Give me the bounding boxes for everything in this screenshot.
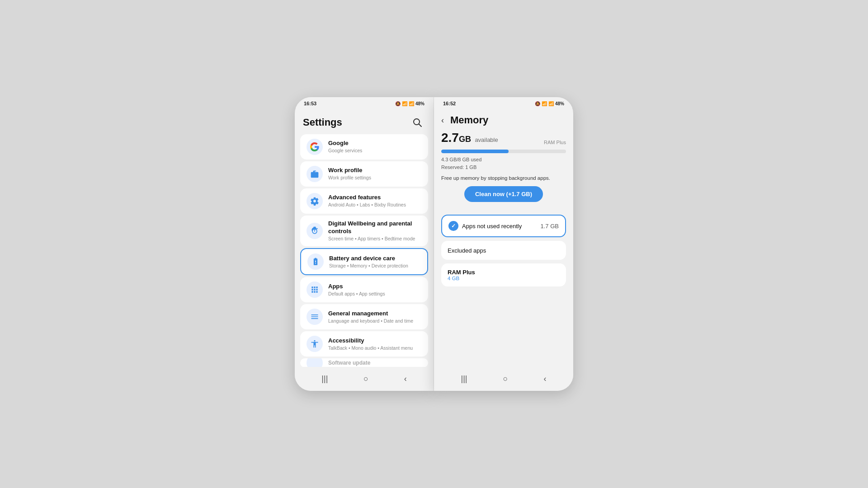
accessibility-icon	[310, 339, 319, 348]
right-home-btn[interactable]: ○	[498, 372, 514, 385]
digital-wellbeing-subtitle: Screen time • App timers • Bedtime mode	[328, 236, 422, 242]
work-profile-text: Work profile Work profile settings	[328, 167, 371, 181]
memory-title: Memory	[450, 114, 488, 126]
battery-title: Battery and device care	[329, 255, 408, 263]
apps-subtitle: Default apps • App settings	[328, 291, 385, 297]
apps-title: Apps	[328, 283, 385, 291]
gear-icon	[310, 197, 319, 206]
right-wifi-icon: 📶	[542, 101, 547, 106]
memory-used-stat: 4.3 GB/8 GB used	[441, 156, 566, 164]
memory-progress-bar	[441, 150, 566, 153]
list-icon	[310, 312, 319, 321]
battery-subtitle: Storage • Memory • Device protection	[329, 263, 408, 269]
briefcase-icon	[310, 169, 319, 178]
memory-header: ‹ Memory	[434, 108, 573, 129]
right-signal-icon: 📶	[548, 101, 554, 106]
ram-plus-section[interactable]: RAM Plus 4 GB	[441, 263, 566, 286]
settings-title: Settings	[303, 117, 342, 128]
left-back-btn[interactable]: ‹	[399, 372, 412, 385]
settings-item-apps[interactable]: Apps Default apps • App settings	[300, 277, 428, 302]
digital-wellbeing-icon	[307, 223, 323, 239]
general-management-text: General management Language and keyboard…	[328, 310, 413, 324]
left-status-icons: 🔕 📶 📶 48%	[395, 101, 425, 106]
accessibility-subtitle: TalkBack • Mono audio • Assistant menu	[328, 345, 413, 352]
phones-container: 16:53 🔕 📶 📶 48% Settings	[295, 97, 573, 391]
apps-not-used-section[interactable]: Apps not used recently 1.7 GB	[441, 215, 566, 237]
google-icon	[307, 139, 323, 155]
apps-not-used-size: 1.7 GB	[541, 223, 559, 230]
right-bottom-nav: ||| ○ ‹	[434, 367, 573, 391]
settings-item-battery[interactable]: Battery and device care Storage • Memory…	[300, 248, 428, 275]
apps-icon	[307, 282, 323, 298]
work-profile-subtitle: Work profile settings	[328, 175, 371, 181]
right-back-btn[interactable]: ‹	[538, 372, 552, 385]
left-battery: 48%	[415, 101, 425, 106]
right-silent-icon: 🔕	[535, 101, 540, 106]
right-battery: 48%	[555, 101, 564, 106]
memory-stats: 4.3 GB/8 GB used Reserved: 1 GB	[441, 156, 566, 171]
left-signal-icon: 📶	[409, 101, 414, 106]
excluded-apps-title: Excluded apps	[448, 247, 486, 254]
memory-available-amount: 2.7GB available	[441, 131, 498, 145]
settings-item-advanced[interactable]: Advanced features Android Auto • Labs • …	[300, 188, 428, 214]
memory-progress-fill	[441, 150, 509, 153]
free-up-text: Free up memory by stopping background ap…	[441, 175, 566, 181]
memory-unit: GB	[459, 135, 471, 144]
google-item-text: Google Google services	[328, 140, 362, 154]
check-circle-icon	[448, 221, 458, 231]
excluded-apps-section[interactable]: Excluded apps	[441, 241, 566, 260]
partial-title: Software update	[328, 360, 370, 367]
left-home-btn[interactable]: ○	[358, 372, 374, 385]
ram-plus-title: RAM Plus	[448, 269, 560, 276]
work-profile-title: Work profile	[328, 167, 371, 174]
left-phone: 16:53 🔕 📶 📶 48% Settings	[295, 97, 434, 391]
svg-line-1	[419, 124, 422, 127]
partial-text: Software update	[328, 360, 370, 367]
battery-icon	[307, 253, 324, 270]
timer-icon	[310, 226, 319, 235]
left-silent-icon: 🔕	[395, 101, 401, 106]
left-bottom-nav: ||| ○ ‹	[295, 367, 434, 391]
advanced-icon	[307, 193, 323, 209]
digital-wellbeing-text: Digital Wellbeing and parental controls …	[328, 220, 422, 242]
search-icon	[412, 117, 422, 127]
right-phone: 16:52 🔕 📶 📶 48% ‹ Memory 2.7GB available…	[434, 97, 573, 391]
settings-item-digital-wellbeing[interactable]: Digital Wellbeing and parental controls …	[300, 216, 428, 246]
google-logo	[310, 142, 319, 151]
work-profile-icon	[307, 166, 323, 182]
apps-text: Apps Default apps • App settings	[328, 283, 385, 297]
right-status-icons: 🔕 📶 📶 48%	[535, 101, 564, 106]
general-management-subtitle: Language and keyboard • Date and time	[328, 318, 413, 324]
advanced-subtitle: Android Auto • Labs • Bixby Routines	[328, 202, 406, 208]
settings-item-partial[interactable]: Software update	[300, 358, 428, 367]
settings-item-accessibility[interactable]: Accessibility TalkBack • Mono audio • As…	[300, 331, 428, 357]
left-recent-btn[interactable]: |||	[316, 372, 333, 385]
accessibility-title: Accessibility	[328, 337, 413, 345]
left-wifi-icon: 📶	[402, 101, 407, 106]
right-status-bar: 16:52 🔕 📶 📶 48%	[434, 97, 573, 108]
apps-not-used-row: Apps not used recently 1.7 GB	[448, 221, 559, 231]
settings-item-general[interactable]: General management Language and keyboard…	[300, 304, 428, 329]
back-button[interactable]: ‹	[441, 115, 447, 126]
clean-now-button[interactable]: Clean now (+1.7 GB)	[464, 186, 543, 202]
general-management-icon	[307, 309, 323, 325]
ram-plus-value: 4 GB	[448, 276, 560, 281]
settings-list: Google Google services Work profile Work…	[295, 134, 434, 367]
memory-content: 2.7GB available RAM Plus 4.3 GB/8 GB use…	[434, 129, 573, 367]
google-title: Google	[328, 140, 362, 147]
advanced-title: Advanced features	[328, 194, 406, 202]
digital-wellbeing-title: Digital Wellbeing and parental controls	[328, 220, 422, 235]
accessibility-icon-container	[307, 336, 323, 352]
memory-available-row: 2.7GB available RAM Plus	[441, 131, 566, 145]
settings-item-work-profile[interactable]: Work profile Work profile settings	[300, 161, 428, 187]
general-management-title: General management	[328, 310, 413, 318]
apps-not-used-label: Apps not used recently	[462, 223, 537, 230]
search-button[interactable]	[409, 114, 425, 131]
left-status-bar: 16:53 🔕 📶 📶 48%	[295, 97, 434, 108]
battery-text: Battery and device care Storage • Memory…	[329, 255, 408, 269]
left-time: 16:53	[304, 101, 316, 106]
ram-plus-header-label: RAM Plus	[544, 140, 566, 145]
right-time: 16:52	[443, 101, 456, 106]
right-recent-btn[interactable]: |||	[456, 372, 473, 385]
settings-item-google[interactable]: Google Google services	[300, 134, 428, 160]
